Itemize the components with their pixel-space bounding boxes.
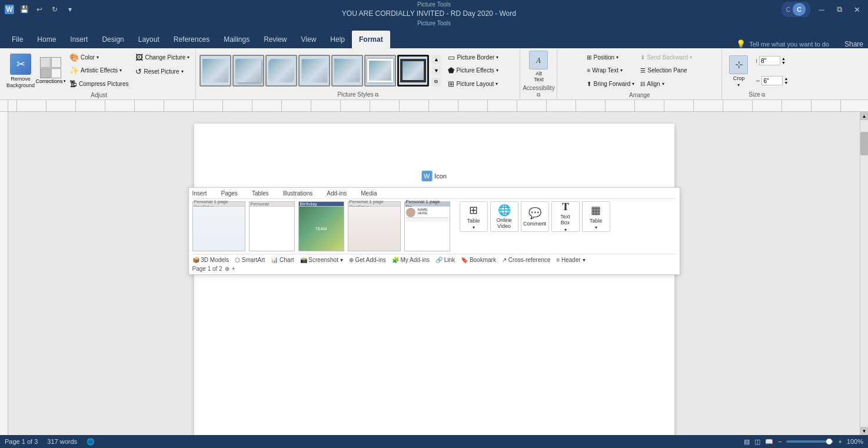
- page-marker-add[interactable]: +: [232, 266, 235, 272]
- comment-button[interactable]: 💬 Comment: [521, 201, 549, 232]
- table-2-dropdown[interactable]: ▾: [595, 225, 597, 230]
- picture-layout-dropdown[interactable]: ▾: [495, 81, 498, 87]
- tab-file[interactable]: File: [5, 31, 30, 48]
- table-2-button[interactable]: ▦ Table ▾: [582, 201, 610, 232]
- selection-pane-button[interactable]: ☰ Selection Pane: [638, 66, 694, 75]
- corrections-dropdown-icon[interactable]: ▾: [64, 79, 66, 84]
- insert-header-media[interactable]: Media: [361, 190, 377, 197]
- spell-check-icon[interactable]: 🌐: [87, 438, 95, 446]
- artistic-dropdown-icon[interactable]: ▾: [119, 68, 122, 73]
- tab-view[interactable]: View: [294, 31, 324, 48]
- online-video-button[interactable]: 🌐 OnlineVideo: [490, 201, 518, 232]
- page-wrapper[interactable]: W Icon Insert Pages Tables Illustrations…: [8, 112, 860, 435]
- view-web-button[interactable]: ◫: [754, 438, 760, 446]
- artistic-effects-button[interactable]: ✨ Artistic Effects ▾: [67, 65, 131, 76]
- remove-background-button[interactable]: ✂ RemoveBackground: [6, 51, 35, 92]
- template-thumb-2[interactable]: Personal: [249, 201, 295, 251]
- insert-my-addins[interactable]: 🧩 My Add-ins: [392, 257, 430, 263]
- tab-layout[interactable]: Layout: [131, 31, 167, 48]
- pic-style-3[interactable]: [265, 55, 297, 87]
- change-picture-button[interactable]: 🖼 Change Picture ▾: [133, 52, 192, 63]
- insert-header-insert[interactable]: Insert: [192, 190, 207, 197]
- scroll-down-button[interactable]: ▼: [431, 66, 441, 75]
- pic-style-6[interactable]: [364, 55, 396, 87]
- height-down-button[interactable]: ▼: [781, 61, 786, 65]
- picture-effects-button[interactable]: ⬟ Picture Effects ▾: [445, 65, 516, 76]
- reset-dropdown-icon[interactable]: ▾: [181, 69, 184, 74]
- change-picture-dropdown-icon[interactable]: ▾: [187, 55, 189, 60]
- alt-text-button[interactable]: 𝐴 AltText: [524, 46, 553, 87]
- insert-get-addins[interactable]: ⊕ Get Add-ins: [349, 257, 386, 263]
- position-button[interactable]: ⊞ Position ▾: [584, 53, 637, 62]
- tab-home[interactable]: Home: [30, 31, 63, 48]
- scroll-more-button[interactable]: ⧉: [431, 77, 441, 87]
- width-up-button[interactable]: ▲: [784, 77, 788, 81]
- scroll-up-button[interactable]: ▲: [431, 55, 441, 64]
- picture-layout-button[interactable]: ⊞ Picture Layout ▾: [445, 78, 516, 89]
- zoom-percentage[interactable]: 100%: [847, 438, 863, 445]
- restore-button[interactable]: ⧉: [833, 3, 846, 16]
- scroll-up-button[interactable]: ▲: [860, 112, 869, 120]
- view-print-button[interactable]: ▤: [744, 438, 750, 446]
- zoom-slider[interactable]: [786, 440, 833, 443]
- height-input[interactable]: [759, 56, 780, 65]
- color-button[interactable]: 🎨 Color ▾: [67, 52, 131, 63]
- insert-header-addins[interactable]: Add-ins: [327, 190, 347, 197]
- insert-bookmark[interactable]: 🔖 Bookmark: [461, 257, 496, 263]
- insert-header-pages[interactable]: Pages: [221, 190, 238, 197]
- text-box-dropdown[interactable]: ▾: [564, 227, 567, 233]
- zoom-thumb[interactable]: [826, 439, 832, 444]
- picture-border-button[interactable]: ▭ Picture Border ▾: [445, 52, 516, 63]
- reset-picture-button[interactable]: ↺ Reset Picture ▾: [133, 66, 192, 77]
- corrections-button[interactable]: Corrections ▾: [36, 51, 65, 91]
- tab-insert[interactable]: Insert: [63, 31, 95, 48]
- wrap-text-button[interactable]: ≡ Wrap Text ▾: [584, 66, 637, 75]
- zoom-plus-button[interactable]: +: [838, 438, 842, 445]
- width-input[interactable]: [761, 76, 783, 85]
- user-avatar[interactable]: C: [793, 3, 806, 16]
- close-button[interactable]: ✕: [850, 3, 863, 16]
- tab-help[interactable]: Help: [323, 31, 352, 48]
- wrap-text-dropdown[interactable]: ▾: [620, 68, 623, 73]
- share-button[interactable]: Share: [844, 40, 863, 48]
- crop-button[interactable]: ⊹ Crop ▾: [726, 51, 751, 92]
- vertical-scrollbar[interactable]: ▲ ▼: [860, 112, 868, 435]
- accessibility-expand[interactable]: ⧉: [537, 92, 540, 98]
- tell-me-input[interactable]: Tell me what you want to do: [749, 41, 829, 48]
- tab-mailings[interactable]: Mailings: [217, 31, 257, 48]
- zoom-minus-button[interactable]: −: [778, 438, 781, 445]
- scroll-down-button[interactable]: ▼: [860, 427, 869, 435]
- tab-format[interactable]: Format: [352, 31, 390, 48]
- height-up-button[interactable]: ▲: [781, 57, 786, 61]
- insert-header-tables[interactable]: Tables: [252, 190, 269, 197]
- size-expand[interactable]: ⧉: [761, 92, 765, 98]
- page-marker-zoom[interactable]: ⊕: [225, 266, 230, 272]
- redo-button[interactable]: ↻: [48, 3, 61, 16]
- pic-style-7[interactable]: [397, 55, 429, 87]
- width-down-button[interactable]: ▼: [784, 81, 788, 85]
- text-box-button[interactable]: 𝐓 TextBox ▾: [551, 201, 580, 232]
- template-thumb-3[interactable]: Birthday TEAM: [298, 201, 344, 251]
- minimize-button[interactable]: ─: [815, 3, 828, 16]
- template-thumb-blank[interactable]: Personal 1 page OneDrive -: [192, 201, 245, 251]
- save-button[interactable]: 💾: [18, 3, 31, 16]
- pic-style-1[interactable]: [199, 55, 231, 87]
- insert-3d-models[interactable]: 📦 3D Models: [192, 257, 230, 263]
- picture-effects-dropdown[interactable]: ▾: [496, 68, 498, 73]
- pic-style-5[interactable]: [331, 55, 363, 87]
- template-thumb-5[interactable]: Personal 1 page On... NAMEHERE: [404, 201, 450, 251]
- crop-dropdown[interactable]: ▾: [737, 82, 740, 88]
- insert-chart[interactable]: 📊 Chart: [271, 257, 294, 263]
- table-button[interactable]: ⊞ Table ▾: [460, 201, 488, 232]
- position-dropdown[interactable]: ▾: [616, 55, 618, 60]
- insert-screenshot[interactable]: 📸 Screenshot ▾: [300, 257, 343, 263]
- bring-forward-button[interactable]: ⬆ Bring Forward ▾: [584, 79, 637, 88]
- view-read-button[interactable]: 📖: [765, 438, 773, 446]
- insert-link[interactable]: 🔗 Link: [435, 257, 455, 263]
- insert-header-illustrations[interactable]: Illustrations: [283, 190, 313, 197]
- insert-header[interactable]: ≡ Header ▾: [556, 257, 585, 263]
- insert-smartart[interactable]: ⬡ SmartArt: [235, 257, 265, 263]
- customize-qat-button[interactable]: ▾: [64, 3, 77, 16]
- scroll-thumb[interactable]: [860, 132, 869, 155]
- template-thumb-4[interactable]: Personal 1 page OneDrive -: [348, 201, 401, 251]
